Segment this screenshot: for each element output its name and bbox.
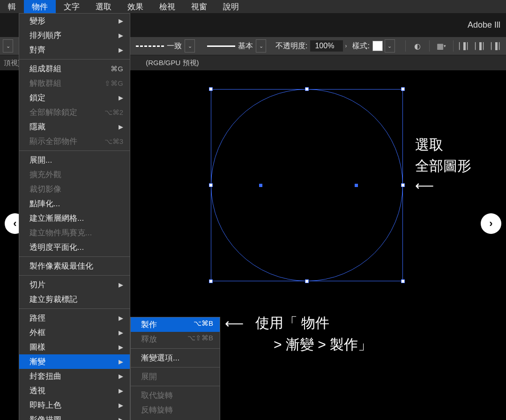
menu-help[interactable]: 說明 (215, 0, 247, 13)
submenu-arrow-icon: ▶ (119, 315, 123, 322)
selected-circle-path[interactable] (211, 89, 403, 281)
handle-mr[interactable] (401, 183, 405, 187)
menu-item-gradient-mesh[interactable]: 建立漸層網格... (19, 211, 130, 225)
annotation-use-blend: ⟵ 使用「 物件 > 漸變 > 製作」 (225, 312, 372, 355)
menu-item-live-paint[interactable]: 即時上色▶ (19, 398, 130, 412)
menu-item-object-mosaic: 建立物件馬賽克... (19, 225, 130, 240)
submenu-item-reverse-front-back: 由前至後反轉 (131, 417, 220, 420)
menu-object[interactable]: 物件 (24, 0, 56, 13)
separator (429, 40, 430, 52)
submenu-arrow-icon: ▶ (119, 387, 123, 394)
menu-item-hide[interactable]: 隱藏▶ (19, 120, 130, 134)
submenu-item-expand: 展開 (131, 369, 220, 384)
next-slide-button[interactable]: › (481, 213, 501, 234)
brush-dropdown[interactable]: ⌄ (256, 39, 266, 52)
submenu-arrow-icon: ▶ (119, 32, 123, 39)
submenu-arrow-icon: ▶ (119, 344, 123, 351)
menu-view[interactable]: 檢視 (151, 0, 183, 13)
menu-item-pattern[interactable]: 圖樣▶ (19, 340, 130, 354)
brush-preview (204, 41, 238, 51)
opacity-step-icon[interactable]: › (345, 43, 347, 49)
submenu-item-make[interactable]: 製作⌥⌘B (131, 317, 220, 332)
fill-dropdown[interactable]: ⌄ (3, 39, 13, 52)
align-center-icon[interactable]: ▏▌▏ (475, 40, 487, 52)
separator (453, 40, 454, 52)
grid-options-icon[interactable]: ▦▾ (435, 40, 447, 52)
menu-item-perspective[interactable]: 透視▶ (19, 383, 130, 398)
menu-item-blend[interactable]: 漸變▶ (19, 354, 130, 369)
style-dropdown[interactable]: ⌄ (385, 39, 395, 52)
center-point-a[interactable] (259, 184, 262, 187)
menu-item-expand-appearance: 擴充外觀 (19, 167, 130, 182)
menu-window[interactable]: 視窗 (183, 0, 215, 13)
brush-label: 基本 (238, 41, 253, 51)
handle-ml[interactable] (209, 183, 213, 187)
submenu-item-reverse-spine: 反轉旋轉 (131, 403, 220, 417)
menu-item-slice[interactable]: 切片▶ (19, 278, 130, 292)
align-right-icon[interactable]: ▏▌▏ (491, 40, 503, 52)
annotation-select-all: 選取 全部圖形 ⟵ (415, 134, 471, 196)
menu-type[interactable]: 文字 (56, 0, 88, 13)
handle-bc[interactable] (305, 279, 309, 283)
menu-item-rasterize[interactable]: 點陣化... (19, 196, 130, 211)
blend-submenu-panel: 製作⌥⌘B 釋放⌥⇧⌘B 漸變選項... 展開 取代旋轉 反轉旋轉 由前至後反轉 (130, 317, 220, 420)
stroke-style-label: 一致 (167, 41, 182, 51)
submenu-item-blend-options[interactable]: 漸變選項... (131, 351, 220, 365)
handle-tc[interactable] (305, 87, 309, 91)
menu-item-trim-marks[interactable]: 建立剪裁標記 (19, 292, 130, 307)
handle-br[interactable] (401, 279, 405, 283)
menu-effect[interactable]: 效果 (119, 0, 151, 13)
menu-separator (19, 275, 130, 276)
separator (405, 40, 406, 52)
menu-item-image-trace[interactable]: 影像描圖▶ (19, 412, 130, 420)
style-label: 樣式: (352, 41, 369, 51)
handle-tl[interactable] (209, 87, 213, 91)
submenu-arrow-icon: ▶ (119, 416, 123, 420)
menu-separator (131, 367, 220, 368)
menu-item-crop-image: 裁切影像 (19, 182, 130, 196)
submenu-arrow-icon: ▶ (119, 329, 123, 336)
submenu-arrow-icon: ▶ (119, 46, 123, 53)
menu-item-arrange[interactable]: 排列順序▶ (19, 28, 130, 43)
menu-item-transform[interactable]: 變形▶ (19, 14, 130, 28)
menu-separator (19, 308, 130, 309)
menu-item-expand[interactable]: 展開... (19, 153, 130, 167)
center-point-b[interactable] (355, 184, 358, 187)
menu-item-ungroup: 解散群組⇧⌘G (19, 76, 130, 90)
handle-tr[interactable] (401, 87, 405, 91)
menu-item-pixel-perfect[interactable]: 製作像素級最佳化 (19, 259, 130, 273)
menu-item-group[interactable]: 組成群組⌘G (19, 61, 130, 76)
style-swatch[interactable] (372, 41, 383, 51)
menu-separator (131, 386, 220, 386)
menu-item-flatten-transparency[interactable]: 透明度平面化... (19, 240, 130, 255)
object-menu-panel: 變形▶ 排列順序▶ 對齊▶ 組成群組⌘G 解散群組⇧⌘G 鎖定▶ 全部解除鎖定⌥… (19, 13, 130, 420)
submenu-arrow-icon: ▶ (119, 123, 123, 130)
menu-select[interactable]: 選取 (88, 0, 119, 13)
submenu-item-replace-spine: 取代旋轉 (131, 388, 220, 403)
menu-item-lock[interactable]: 鎖定▶ (19, 90, 130, 105)
recolor-icon[interactable]: ◐ (411, 40, 424, 52)
menu-item-shape[interactable]: 外框▶ (19, 325, 130, 340)
menubar: 輯 物件 文字 選取 效果 檢視 視窗 說明 (0, 0, 506, 13)
menu-separator (19, 59, 130, 60)
submenu-arrow-icon: ▶ (119, 94, 123, 101)
submenu-arrow-icon: ▶ (119, 358, 123, 365)
submenu-arrow-icon: ▶ (119, 373, 123, 380)
opacity-label: 不透明度: (275, 41, 307, 51)
align-left-icon[interactable]: ▏▌▏ (459, 40, 471, 52)
submenu-arrow-icon: ▶ (119, 402, 123, 409)
menu-edit-partial[interactable]: 輯 (0, 0, 24, 13)
menu-item-show-all: 顯示全部物件⌥⌘3 (19, 134, 130, 149)
menu-item-align[interactable]: 對齊▶ (19, 43, 130, 57)
stroke-style-dropdown[interactable]: ⌄ (185, 39, 195, 52)
menu-separator (19, 150, 130, 151)
submenu-arrow-icon: ▶ (119, 17, 123, 24)
menu-separator (131, 348, 220, 349)
menu-item-path[interactable]: 路徑▶ (19, 311, 130, 325)
menu-separator (19, 256, 130, 257)
handle-bl[interactable] (209, 279, 213, 283)
menu-item-envelope-distort[interactable]: 封套扭曲▶ (19, 369, 130, 383)
opacity-value[interactable]: 100% (310, 40, 343, 52)
annotation-arrow-icon: ⟵ (415, 176, 471, 196)
annotation-arrow-icon: ⟵ (225, 316, 244, 331)
